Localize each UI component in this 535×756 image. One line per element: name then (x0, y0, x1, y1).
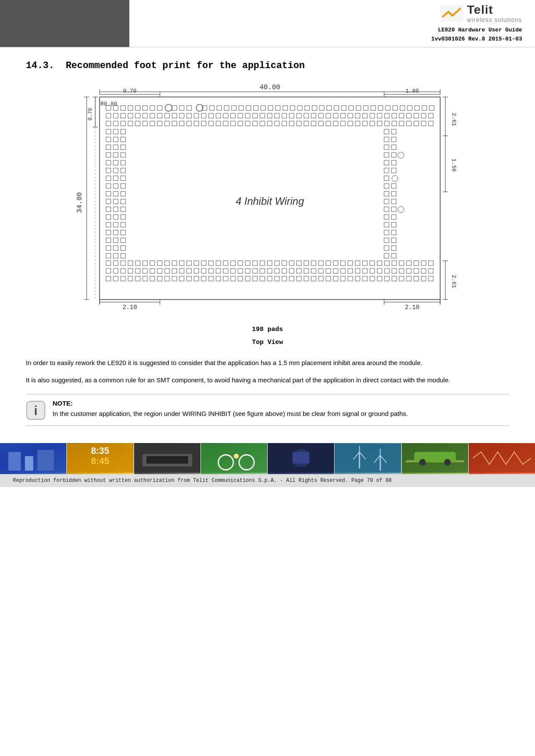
footer-img-5 (268, 443, 334, 474)
svg-rect-404 (8, 452, 21, 471)
svg-text:0.70: 0.70 (88, 108, 94, 121)
svg-text:4 Inhibit Wiring: 4 Inhibit Wiring (235, 195, 304, 207)
footer-img-8 (469, 443, 535, 474)
svg-text:40.00: 40.00 (259, 84, 280, 91)
note-box: i NOTE: In the customer application, the… (26, 394, 509, 426)
footer-img-1 (0, 443, 66, 474)
svg-text:1.56: 1.56 (451, 158, 457, 172)
footer-img-3 (134, 443, 200, 474)
svg-rect-405 (25, 456, 33, 471)
page-content: 14.3. Recommended foot print for the app… (0, 47, 535, 434)
svg-rect-413 (201, 444, 267, 472)
body-paragraph-1: In order to easily rework the LE920 it i… (26, 358, 509, 368)
caption-view: Top View (26, 336, 509, 349)
caption-pads: 198 pads (26, 323, 509, 336)
svg-rect-420 (335, 444, 401, 472)
diagram-container: 40.00 0.70 1.80 34.00 0.70 (26, 80, 509, 319)
svg-text:2.10: 2.10 (122, 304, 137, 311)
svg-point-432 (419, 459, 425, 465)
diagram-captions: 198 pads Top View (26, 323, 509, 349)
svg-text:8:35: 8:35 (91, 446, 110, 456)
header-right: Telit wireless solutions LE920 Hardware … (129, 0, 535, 47)
footer-img-7 (402, 443, 468, 474)
svg-text:i: i (34, 403, 38, 418)
svg-rect-419 (293, 452, 310, 464)
page-header: Telit wireless solutions LE920 Hardware … (0, 0, 535, 47)
svg-text:2.10: 2.10 (405, 304, 419, 311)
svg-text:2.61: 2.61 (451, 112, 457, 126)
header-left-block (0, 0, 129, 47)
svg-text:8:45: 8:45 (91, 456, 110, 466)
footer-img-4 (201, 443, 267, 474)
svg-point-416 (234, 453, 239, 459)
telit-brand-name: Telit (467, 3, 522, 17)
diagram-svg: 40.00 0.70 1.80 34.00 0.70 (74, 80, 462, 319)
telit-logo-text: Telit wireless solutions (467, 3, 522, 23)
doc-title-line1: LE920 Hardware User Guide (431, 26, 522, 35)
svg-rect-412 (146, 456, 188, 463)
doc-title: LE920 Hardware User Guide 1vv0301026 Rev… (431, 26, 522, 44)
section-heading: 14.3. Recommended foot print for the app… (26, 60, 509, 71)
body-paragraph-2: It is also suggested, as a common rule f… (26, 375, 509, 385)
svg-rect-0 (440, 5, 464, 22)
svg-text:2.61: 2.61 (451, 275, 457, 288)
doc-title-line2: 1vv0301026 Rev.8 2015-01-03 (431, 35, 522, 44)
note-content: NOTE: In the customer application, the r… (53, 400, 509, 419)
telit-logo: Telit wireless solutions (440, 3, 522, 23)
svg-text:R0.80: R0.80 (100, 101, 117, 107)
svg-text:1.80: 1.80 (405, 88, 419, 94)
svg-point-433 (444, 459, 451, 465)
note-text: In the customer application, the region … (53, 409, 509, 419)
footer-images: 8:35 8:45 (0, 443, 535, 474)
telit-logo-icon (440, 5, 463, 22)
svg-text:34.00: 34.00 (76, 192, 84, 213)
page-footer: 8:35 8:45 (0, 443, 535, 547)
note-icon: i (26, 400, 46, 420)
telit-brand-subtitle: wireless solutions (467, 17, 522, 23)
footer-img-2: 8:35 8:45 (67, 443, 133, 474)
svg-text:0.70: 0.70 (123, 88, 136, 94)
footer-img-6 (335, 443, 401, 474)
footer-copyright: Reproduction forbidden without written a… (0, 474, 535, 487)
note-label: NOTE: (53, 400, 509, 407)
svg-rect-406 (38, 450, 54, 471)
